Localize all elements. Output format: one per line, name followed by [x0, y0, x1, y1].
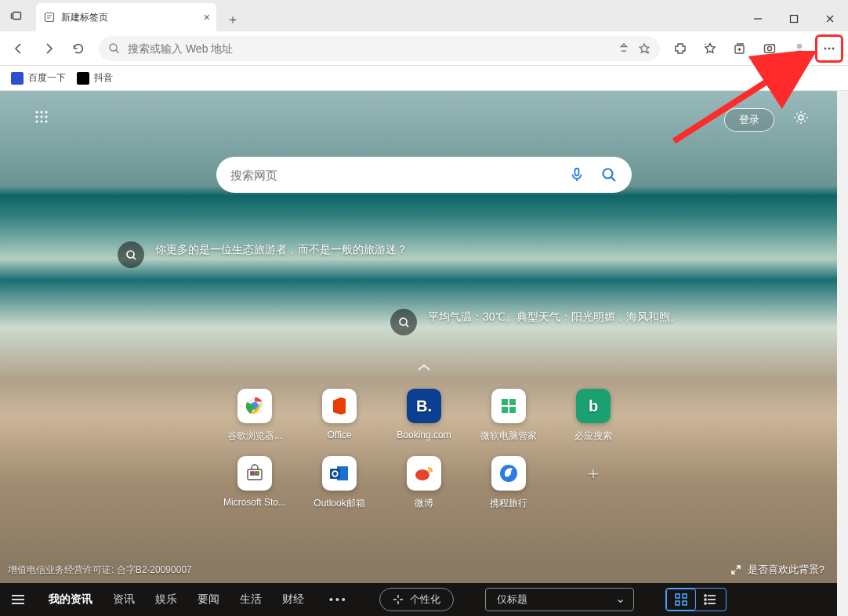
svg-point-9 — [828, 47, 831, 49]
svg-rect-32 — [248, 469, 262, 480]
tab-new[interactable]: 新建标签页 × — [36, 3, 216, 31]
tab-title: 新建标签页 — [61, 11, 108, 24]
svg-rect-41 — [683, 594, 687, 598]
feed-tab-news[interactable]: 资讯 — [113, 592, 135, 607]
feed-more-icon[interactable]: ••• — [329, 593, 348, 606]
minimize-button[interactable] — [740, 6, 776, 31]
layout-select[interactable]: 仅标题 — [485, 588, 634, 611]
login-button[interactable]: 登录 — [724, 108, 774, 132]
tile-chrome[interactable]: 谷歌浏览器... — [214, 389, 295, 456]
toolbar — [0, 31, 848, 66]
new-tab-content: 登录 你更多的是一位生态旅游者，而不是一般的旅游迷？ 平均气温：30℃。典型天气… — [0, 91, 848, 616]
screenshot-button[interactable] — [756, 34, 784, 63]
svg-rect-29 — [509, 399, 516, 405]
tile-weibo[interactable]: 微博 — [383, 456, 465, 524]
svg-rect-0 — [13, 13, 21, 20]
view-toggle — [665, 588, 727, 611]
svg-rect-1 — [45, 13, 54, 22]
personalize-button[interactable]: 个性化 — [379, 588, 454, 611]
bookmark-label: 百度一下 — [28, 71, 66, 85]
feed-tab-finance[interactable]: 财经 — [282, 592, 304, 607]
new-tab-button[interactable]: ＋ — [221, 8, 245, 31]
chip-text: 平均气温：30℃。典型天气：阳光明媚，海风和煦。 — [428, 309, 681, 326]
titlebar: 新建标签页 × ＋ — [0, 0, 848, 31]
extensions-button[interactable] — [666, 34, 694, 63]
svg-point-44 — [705, 595, 706, 596]
collapse-chevron-icon[interactable] — [416, 362, 432, 373]
svg-point-23 — [603, 169, 613, 179]
tile-ctrip[interactable]: 携程旅行 — [468, 456, 549, 524]
web-search-input[interactable] — [230, 168, 569, 182]
forward-button[interactable] — [34, 34, 63, 63]
hamburger-icon[interactable] — [11, 594, 25, 605]
svg-point-17 — [45, 115, 47, 118]
grid-view-button[interactable] — [666, 589, 696, 611]
feed-nav-bar: 我的资讯 资讯 娱乐 要闻 生活 财经 ••• 个性化 仅标题 — [0, 583, 837, 616]
back-button[interactable] — [5, 34, 33, 63]
tile-msstore[interactable]: Microsoft Sto... — [214, 456, 295, 524]
profile-button[interactable] — [785, 34, 814, 63]
search-submit-icon[interactable] — [600, 166, 618, 183]
more-menu-button[interactable] — [815, 34, 843, 63]
tile-pcmanager[interactable]: 微软电脑管家 — [468, 389, 549, 456]
plus-icon: ＋ — [576, 456, 611, 491]
feed-tab-life[interactable]: 生活 — [240, 592, 262, 607]
svg-point-12 — [35, 111, 38, 113]
list-view-button[interactable] — [696, 589, 726, 611]
svg-point-19 — [40, 120, 42, 122]
svg-rect-2 — [791, 16, 798, 23]
search-icon — [118, 241, 144, 268]
quick-link-grid: 谷歌浏览器... Office B.Booking.com 微软电脑管家 b必应… — [214, 389, 634, 524]
tab-actions-button[interactable] — [0, 0, 33, 31]
discover-chip[interactable]: 平均气温：30℃。典型天气：阳光明媚，海风和煦。 — [390, 309, 681, 335]
maximize-button[interactable] — [776, 6, 812, 31]
feed-tab-myfeed[interactable]: 我的资讯 — [49, 592, 92, 607]
svg-rect-5 — [765, 45, 775, 53]
sparkle-icon — [393, 594, 404, 605]
search-icon — [390, 309, 417, 335]
svg-point-25 — [400, 318, 407, 325]
discover-chip[interactable]: 你更多的是一位生态旅游者，而不是一般的旅游迷？ — [118, 241, 408, 268]
search-icon — [108, 42, 120, 54]
window-controls — [740, 6, 848, 31]
feed-tab-top[interactable]: 要闻 — [198, 592, 219, 607]
chip-text: 你更多的是一位生态旅游者，而不是一般的旅游迷？ — [155, 241, 408, 259]
address-input[interactable] — [128, 42, 610, 55]
svg-point-20 — [45, 120, 47, 122]
bookmark-douyin[interactable]: 抖音 — [77, 71, 113, 85]
background-like-prompt[interactable]: 是否喜欢此背景? — [730, 563, 824, 577]
refresh-button[interactable] — [64, 34, 92, 63]
svg-point-46 — [705, 603, 706, 604]
web-search-box[interactable] — [216, 157, 632, 193]
read-aloud-icon[interactable] — [618, 42, 630, 55]
svg-rect-43 — [683, 601, 687, 605]
address-bar[interactable] — [99, 36, 660, 61]
bookmark-bar: 百度一下 抖音 — [0, 66, 848, 91]
svg-rect-42 — [676, 601, 679, 605]
svg-rect-22 — [575, 168, 579, 176]
tile-office[interactable]: Office — [299, 389, 380, 456]
close-window-button[interactable] — [812, 6, 848, 31]
license-text: 增值电信业务经营许可证: 合字B2-20090007 — [8, 563, 192, 577]
svg-point-6 — [767, 46, 771, 50]
tab-close-icon[interactable]: × — [204, 11, 210, 24]
bookmark-baidu[interactable]: 百度一下 — [11, 71, 66, 85]
svg-rect-36 — [330, 469, 340, 479]
feed-tab-entertainment[interactable]: 娱乐 — [155, 592, 177, 607]
tab-favicon — [44, 12, 55, 23]
svg-point-38 — [415, 469, 429, 480]
tile-bing[interactable]: b必应搜索 — [553, 389, 634, 456]
tile-booking[interactable]: B.Booking.com — [383, 389, 465, 456]
svg-point-45 — [705, 599, 706, 600]
collections-button[interactable] — [726, 34, 754, 63]
favorites-button[interactable] — [696, 34, 724, 63]
voice-search-icon[interactable] — [569, 167, 585, 183]
bookmark-icon — [77, 72, 89, 85]
tile-outlook[interactable]: Outlook邮箱 — [299, 456, 380, 524]
svg-point-24 — [127, 251, 134, 258]
apps-launcher-icon[interactable] — [34, 110, 58, 133]
tile-add[interactable]: ＋ — [553, 456, 634, 524]
settings-gear-icon[interactable] — [793, 110, 809, 125]
scrollbar[interactable] — [837, 91, 848, 616]
favorite-star-icon[interactable] — [638, 42, 650, 55]
